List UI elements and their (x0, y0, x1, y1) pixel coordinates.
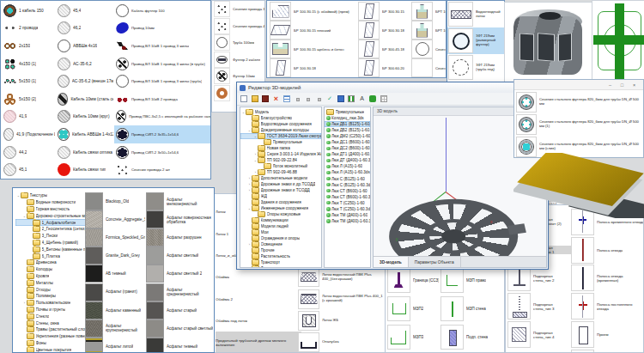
palette-row[interactable]: Провод ВЛ 10кВ 1 провод 3 жилы (114, 37, 211, 55)
tree-item[interactable]: Лоток монолитный (240, 163, 321, 169)
palette-row[interactable]: Кабель 10мм (сталь серый) (56, 90, 113, 108)
palette-row[interactable]: 41,9 (2, 108, 55, 126)
list-item[interactable]: Люк Т (С250)-1-60 (325, 200, 370, 206)
tree-item[interactable]: 6_Плитка (15, 253, 86, 259)
palette-row[interactable]: 41,9 (Подключение ШОхВ) (2, 125, 55, 143)
texture-row[interactable]: Асфальт каменный (85, 301, 145, 320)
toolbar-button[interactable] (325, 94, 334, 103)
palette-row[interactable]: Обойма 2 (216, 289, 301, 310)
texture-swatch[interactable] (146, 228, 164, 246)
palette-row[interactable]: 45,4 (56, 2, 113, 20)
palette-row[interactable]: БР 300.45.18 (358, 40, 410, 58)
tree-item[interactable]: › ТП 902-09-46.88 (240, 169, 321, 175)
tree-item[interactable]: › Дополнительные модели (240, 175, 321, 181)
texture-swatch[interactable] (85, 283, 103, 301)
tree-item[interactable]: Древесина (15, 259, 86, 266)
viewport-tab[interactable]: Параметры Объекта (409, 257, 461, 267)
palette-row[interactable]: Провод ПВС-3х2,5 с изоляцией на рабочее … (114, 108, 211, 126)
list-item[interactable]: Люк ДТ (Д400)-1-60.3ds (325, 157, 370, 163)
tree-item[interactable]: ⌄ Текстуры (15, 192, 86, 199)
tree-item[interactable]: Стекло (15, 313, 86, 320)
tree-item[interactable]: › Пользовательские (15, 300, 86, 307)
tree-item[interactable]: Почвы и грунты (15, 307, 86, 313)
tree-item[interactable]: Водные поверхности (15, 199, 86, 206)
texture-swatch[interactable] (85, 210, 103, 228)
palette-row[interactable]: 46,2 (56, 20, 113, 38)
texture-row[interactable]: Granite_Dark_Grey (85, 246, 145, 265)
palette-row[interactable]: МЗП стена (440, 295, 504, 323)
palette-row[interactable]: Водоотводный лоток (447, 1, 504, 27)
palette-row[interactable]: Подпорная стена_тип 4 (507, 320, 571, 349)
toolbar-button[interactable] (304, 94, 313, 103)
texture-swatch[interactable] (146, 246, 164, 265)
texture-swatch[interactable] (146, 301, 164, 320)
texture-row[interactable]: Concrete_Aggregate_Smoke (85, 210, 145, 228)
texture-swatch[interactable] (146, 320, 164, 338)
palette-row[interactable]: Кабель связи тип (56, 161, 113, 179)
palette-row[interactable]: Сечение провода 2 шт (114, 161, 211, 179)
viewport-tab[interactable]: 3D-модель (374, 257, 409, 267)
palette-row[interactable]: АВБШв 4х16 (56, 37, 113, 55)
palette-row[interactable]: Провод ВЛ 10кВ 1 провод 3 жилы (труба) (114, 72, 211, 90)
palette-row[interactable]: 4x150 (1) (2, 55, 55, 73)
texture-row[interactable]: Асфальт старый светлый (146, 320, 214, 338)
palette-row[interactable]: 1 кабель 150 (2, 2, 55, 20)
palette-row[interactable]: Провод ВЛ 10кВ 2 провода (114, 90, 211, 108)
tree-item[interactable]: Прочие (240, 247, 321, 253)
tree-item[interactable]: Металлы (15, 279, 86, 286)
tree-item[interactable]: Опоры кожуховые (240, 211, 321, 217)
texture-swatch[interactable] (146, 210, 164, 228)
palette-row[interactable]: Продольный трубчатый дренаж мелкого зало… (216, 332, 301, 353)
tree-item[interactable]: ЖД (240, 193, 321, 199)
tree-item[interactable]: Горная местность (15, 206, 86, 213)
tree-item[interactable]: ⌄ Модель (240, 109, 321, 115)
toolbar-button[interactable] (380, 94, 388, 103)
list-item[interactable]: Люк С (В125)-1-60 (325, 176, 370, 182)
palette-row[interactable]: 2x150 (2, 37, 55, 55)
tree-item[interactable]: Отходы (15, 286, 86, 293)
tree-item[interactable]: Стены, окна (15, 320, 86, 326)
palette-row[interactable]: БРТ 100.30.8 (411, 2, 446, 21)
palette-row[interactable]: АС-35-6,2 (внешн 17мм) (56, 72, 113, 90)
palette-row[interactable] (571, 349, 644, 353)
palette-row[interactable]: Сечение провода 4 шт (212, 18, 264, 35)
tree-item[interactable]: ⌄ Инженерные сооружения (240, 205, 321, 211)
palette-row[interactable]: 5x150 (2) (2, 90, 55, 108)
texture-row[interactable]: Асфальт мелкозернистый (146, 192, 214, 210)
palette-row[interactable]: Полоса отвода (временная) (571, 265, 644, 293)
tree-item[interactable]: 2_Геосинтетика (сетки, решетки) (15, 226, 86, 233)
tree-item[interactable]: Ограждения и опоры (240, 235, 321, 241)
toolbar-button[interactable] (272, 94, 281, 103)
palette-row[interactable]: Обойма под лоток (216, 310, 301, 332)
tree-item[interactable]: 5_Бетоны (каменные поверхности) (15, 246, 86, 253)
list-item[interactable]: Люк Т (С250)-1-60.3ds (325, 206, 370, 212)
tree-item[interactable]: ⌄ ТП 902-09-22.84 (240, 157, 321, 163)
list-item[interactable]: Люк Л (А15)-1-60.3ds (325, 169, 370, 175)
toolbar-button[interactable] (315, 94, 324, 103)
palette-row[interactable]: Лоток ЖБ (298, 310, 386, 332)
list-item[interactable]: Люк СТ (В600)-1-60.3ds (325, 194, 370, 200)
window-titlebar[interactable]: – □ × (514, 80, 643, 90)
list-item[interactable]: Люк ДБ2 (В125)-1-60.3ds (325, 127, 370, 133)
list-item[interactable]: Люк ДБ1 (В125)-1-60.3ds (325, 121, 370, 127)
tree-item[interactable]: Новая папка (240, 145, 321, 151)
palette-row[interactable]: БРТ 100.30.8 (р) (411, 21, 446, 40)
palette-row[interactable]: БР 100.30.15 щебень и бетон (270, 40, 355, 58)
palette-row[interactable]: 2 провода (2, 20, 55, 38)
texture-swatch[interactable] (146, 192, 164, 210)
texture-row[interactable]: Formica_Speckled_Grey (85, 228, 145, 246)
toolbar-button[interactable] (261, 94, 270, 103)
texture-row[interactable]: Асфальт крупнозернистый (85, 320, 145, 338)
palette-row[interactable]: МЗП2 (387, 295, 439, 323)
texture-row[interactable]: Асфальт темный (146, 338, 214, 353)
toolbar-button[interactable] (347, 94, 355, 103)
palette-row[interactable]: Сечение (411, 40, 446, 58)
palette-row[interactable]: Провод 10мм (114, 20, 211, 38)
palette-row[interactable]: Проем (571, 320, 644, 349)
list-item[interactable]: Люк С (В125)-1-60.3ds (325, 182, 370, 188)
texture-row[interactable]: АБ темный (85, 265, 145, 283)
palette-row[interactable]: Опалубка (298, 332, 386, 353)
tree-item[interactable]: 1_Асфальтобетон (15, 219, 86, 226)
palette-row[interactable]: Провод ВЛ 10кВ 1 провод 3 жилы (в трубе) (114, 55, 211, 73)
palette-row[interactable]: Сечение провода 3 шт (212, 1, 264, 18)
